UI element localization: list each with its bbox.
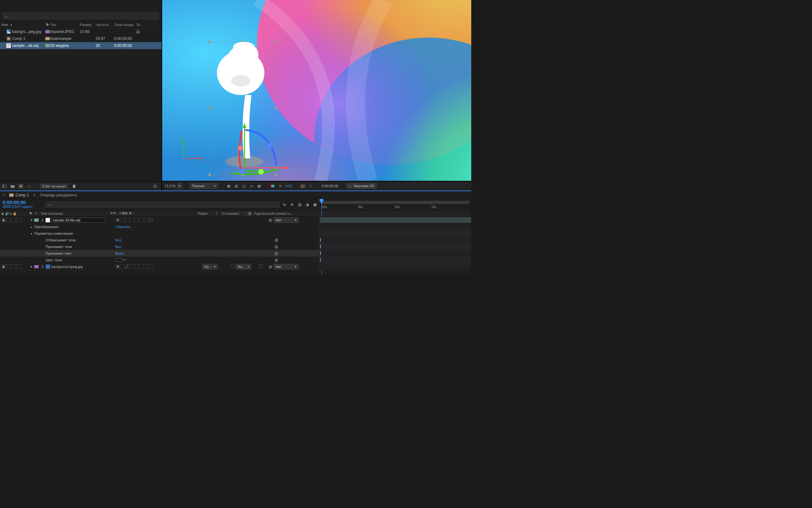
- preview-timecode[interactable]: 0;00;00;00: [322, 184, 338, 188]
- layer-name-input[interactable]: [51, 218, 105, 223]
- layer-property-row[interactable]: ▾ Параметры композиции: [0, 230, 471, 237]
- keyframe-marker[interactable]: [320, 245, 321, 248]
- reset-exposure-icon[interactable]: ⟳: [277, 183, 283, 189]
- property-name: Отбрасывает тени: [46, 238, 115, 242]
- zoom-value[interactable]: 71,5 %: [165, 184, 175, 188]
- property-value[interactable]: Вкл.: [115, 245, 161, 249]
- share-icon: 品: [153, 184, 158, 189]
- project-search-input[interactable]: [3, 13, 159, 19]
- parent-dropdown[interactable]: Нет▾: [273, 264, 299, 269]
- property-value[interactable]: ⇨: [115, 258, 161, 262]
- trash-icon[interactable]: [72, 184, 77, 189]
- twirl-icon[interactable]: ▸: [29, 264, 34, 268]
- label-color[interactable]: [45, 44, 50, 47]
- draft-3d-button[interactable]: ⬚Черновик 3D: [346, 183, 377, 189]
- svg-point-40: [238, 146, 243, 151]
- preview-toolbar: 71,5 % ▾ Полное▾ ▦ ▧ ◫ ▭ ▦ ⟳ +0,0: [162, 181, 471, 190]
- layer-property-row[interactable]: Принимает свет Выкл. @: [0, 250, 471, 257]
- new-comp-icon[interactable]: [18, 184, 24, 189]
- current-time-display[interactable]: 0;00;00;00 00000 (29.97 кадр/с): [0, 199, 44, 210]
- track-matte-dropdown[interactable]: Бе...▾: [236, 264, 251, 269]
- interpret-footage-icon[interactable]: [2, 184, 7, 189]
- svg-text:Y: Y: [179, 135, 182, 139]
- svg-rect-46: [46, 218, 50, 222]
- guides-icon[interactable]: ▦: [256, 183, 262, 189]
- tab-menu-icon[interactable]: ≡: [33, 193, 36, 197]
- layer-row[interactable]: ◉ ▾ 1 ⊕⬚ @Нет▾: [0, 217, 471, 223]
- item-name: backgro...peg.jpg: [12, 30, 41, 34]
- property-value[interactable]: Выкл.: [115, 251, 161, 255]
- layer-label[interactable]: [34, 218, 39, 222]
- property-name: Цвет тени: [46, 258, 115, 262]
- project-item[interactable]: Comp 1 Композиция 29,97 0;00;00;00: [0, 35, 162, 42]
- tl-icon-4[interactable]: ◑: [304, 202, 310, 207]
- item-type: 3D-модель: [50, 43, 80, 48]
- twirl-icon[interactable]: ▾: [29, 218, 34, 222]
- svg-rect-18: [275, 41, 277, 43]
- project-item[interactable]: backgro...peg.jpg ImporterJPEG 10 КБ 品: [0, 28, 162, 35]
- adjustment-icon[interactable]: [27, 184, 32, 189]
- expression-pickwhip-icon[interactable]: @: [274, 245, 278, 249]
- property-value[interactable]: Сбросить: [115, 225, 161, 229]
- keyframe-marker[interactable]: [320, 258, 321, 262]
- property-value[interactable]: Вкл.: [115, 238, 161, 242]
- timeline-search-input[interactable]: [46, 202, 280, 208]
- toggle-transparency-icon[interactable]: ▧: [233, 183, 239, 189]
- timeline-panel: × Comp 1 ≡ Очередь рендеринга 0;00;00;00…: [0, 190, 471, 275]
- project-column-header[interactable]: Имя▲ Тип Размер Частота ... Точка входа …: [0, 21, 162, 28]
- visibility-toggle[interactable]: ◉: [1, 218, 6, 222]
- expression-pickwhip-icon[interactable]: @: [274, 258, 278, 262]
- close-tab-button[interactable]: ×: [3, 193, 5, 197]
- expression-pickwhip-icon[interactable]: @: [274, 238, 278, 242]
- visibility-toggle[interactable]: ◉: [1, 264, 6, 269]
- roi-icon[interactable]: ▭: [249, 183, 254, 189]
- tl-icon-2[interactable]: ⊕: [289, 202, 295, 207]
- file-type-icon: [6, 43, 11, 48]
- layer-duration-bar[interactable]: [320, 217, 471, 223]
- twirl-icon[interactable]: ▾: [30, 232, 33, 235]
- folder-icon[interactable]: [10, 184, 15, 189]
- pickwhip-icon[interactable]: @: [268, 265, 272, 268]
- expression-pickwhip-icon[interactable]: @: [274, 251, 278, 255]
- resolution-dropdown[interactable]: Полное▾: [190, 183, 218, 189]
- selected-3d-object[interactable]: Y X Z: [162, 0, 471, 181]
- exposure-value[interactable]: +0,0: [285, 184, 292, 188]
- layer-property-row[interactable]: ▸ Преобразовать Сбросить: [0, 223, 471, 230]
- project-item-list[interactable]: backgro...peg.jpg ImporterJPEG 10 КБ 品 C…: [0, 28, 162, 181]
- label-color[interactable]: [45, 37, 50, 40]
- snapshot-icon[interactable]: [300, 183, 306, 189]
- layer-property-row[interactable]: Отбрасывает тени Вкл. @: [0, 237, 471, 243]
- property-name: Параметры композиции: [34, 231, 115, 235]
- timeline-layer-list[interactable]: ◉ ▾ 1 ⊕⬚ @Нет▾ ▸ Преобразовать Сбросить …: [0, 217, 471, 275]
- tl-icon-1[interactable]: ⇆: [282, 202, 287, 207]
- grid-icon[interactable]: ▦: [226, 183, 231, 189]
- channel-icon[interactable]: [270, 183, 275, 189]
- label-color[interactable]: [45, 30, 50, 33]
- tl-icon-3[interactable]: ▥: [297, 202, 302, 207]
- keyframe-marker[interactable]: [320, 238, 321, 242]
- blend-mode-dropdown[interactable]: Но...▾: [202, 264, 218, 269]
- time-ruler[interactable]: :00s 05s 10s 15s: [319, 199, 471, 210]
- show-snapshot-icon[interactable]: ⊘: [308, 183, 314, 189]
- timeline-column-header[interactable]: ◉🔊●🔒 # Имя источника ⊕✻＼fx▦◐◑⬚ Режим T О…: [0, 210, 471, 217]
- tab-render-queue[interactable]: Очередь рендеринга: [40, 193, 77, 197]
- tab-comp[interactable]: Comp 1: [9, 193, 29, 197]
- keyframe-marker[interactable]: [320, 251, 321, 255]
- parent-dropdown[interactable]: Нет▾: [273, 217, 299, 223]
- pickwhip-icon[interactable]: @: [268, 218, 272, 222]
- layer-property-row[interactable]: Цвет тени ⇨ @: [0, 257, 471, 263]
- layer-switches[interactable]: ⊕╱: [115, 264, 161, 269]
- color-depth-button[interactable]: 8 бит на канал: [40, 184, 69, 189]
- twirl-icon[interactable]: ▸: [30, 225, 33, 229]
- layer-label[interactable]: [34, 265, 39, 268]
- item-type: ImporterJPEG: [50, 30, 80, 34]
- tl-icon-5[interactable]: ▣: [312, 202, 317, 207]
- mask-icon[interactable]: ◫: [241, 183, 247, 189]
- layer-property-row[interactable]: Принимает тени Вкл. @: [0, 243, 471, 250]
- composition-viewer[interactable]: Y X Z: [162, 0, 471, 181]
- project-item[interactable]: sample-...ile.obj 3D-модель 30 0:00:00:0…: [0, 42, 162, 49]
- layer-row[interactable]: ◉ ▸ 2 background.jpeg.jpg ⊕╱ Но...▾ Бе..…: [0, 263, 471, 270]
- zoom-dropdown[interactable]: ▾: [177, 183, 182, 189]
- layer-switches[interactable]: ⊕⬚: [115, 218, 161, 222]
- svg-point-27: [231, 75, 250, 86]
